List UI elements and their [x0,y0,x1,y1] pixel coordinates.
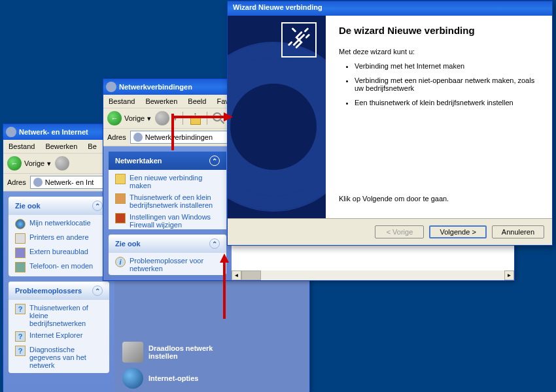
globe-icon [122,368,143,389]
panel-troubleshooters: Probleemoplossers ⌃ ?Thuisnetwerken of k… [9,282,109,373]
next-button[interactable]: Volgende > [429,225,486,238]
task-home-network[interactable]: Thuisnetwerk of een klein bedrijfsnetwer… [115,193,220,209]
help-icon: ? [15,331,26,342]
task-home-networks[interactable]: ?Thuisnetwerken of kleine bedrijfsnetwer… [15,304,103,327]
scroll-left-button[interactable]: ◄ [232,270,241,280]
task-printers[interactable]: Printers en andere [15,233,103,244]
back-arrow-icon: ← [107,111,122,125]
back-button: < Vorige [375,225,424,238]
panel-network-tasks: Netwerktaken ⌃ Een nieuwe verbinding mak… [109,152,226,229]
new-connection-icon [115,174,126,184]
menu-file[interactable]: Bestand [106,96,137,106]
chevron-up-icon: ⌃ [92,201,103,211]
wizard-titlebar[interactable]: Wizard Nieuwe verbinding [228,1,552,16]
back-arrow-icon: ← [7,156,22,171]
chevron-up-icon: ⌃ [92,286,103,296]
task-diagnostics[interactable]: ?Diagnostische gegevens van het netwerk [15,346,103,369]
wizard-intro: Met deze wizard kunt u: [339,48,539,56]
panel-header[interactable]: Netwerktaken ⌃ [109,152,226,170]
network-icon [6,127,16,137]
wizard-content: De wizard Nieuwe verbinding Met deze wiz… [326,16,552,218]
back-label: Vorige [24,159,44,167]
task-remote-desktop[interactable]: Extern bureaublad [15,248,103,258]
task-phone-modem[interactable]: Telefoon- en moden [15,262,103,272]
menu-view[interactable]: Beeld [185,96,209,106]
cp-wireless[interactable]: Draadloos netwerk instellen [122,342,227,363]
horizontal-scrollbar[interactable]: ◄ ► [232,270,514,280]
help-icon: ? [15,304,26,314]
back-button[interactable]: ← Vorige ▾ [7,156,51,171]
panel-header[interactable]: Probleemoplossers ⌃ [9,282,109,300]
scroll-right-button[interactable]: ► [504,270,514,280]
sidebar: Netwerktaken ⌃ Een nieuwe verbinding mak… [103,146,232,280]
task-my-network[interactable]: Mijn netwerklocatie [15,219,103,229]
address-value: Netwerkverbindingen [145,133,213,141]
separator [182,112,183,125]
help-icon: ? [15,346,26,356]
globe-decoration [228,42,326,212]
info-icon: i [115,257,126,267]
task-new-connection[interactable]: Een nieuwe verbinding maken [115,174,220,189]
panel-header[interactable]: Zie ook ⌃ [109,235,226,253]
dropdown-icon: ▾ [147,114,151,123]
bullet-item: Verbinding met het Internet maken [355,62,539,70]
wizard-next-hint: Klik op Volgende om door te gaan. [339,195,539,203]
dropdown-icon: ▾ [173,114,177,123]
wizard-button-bar: < Vorige Volgende > Annuleren [228,218,552,245]
cp-internet-options[interactable]: Internet-opties [122,368,227,389]
up-folder-button[interactable] [188,112,201,125]
bullet-item: Een thuisnetwerk of klein bedrijfsnetwer… [355,99,539,106]
menu-file[interactable]: Bestand [6,141,37,152]
address-value: Netwerk- en Int [45,178,94,186]
sidebar: Zie ook ⌃ Mijn netwerklocatie Printers e… [3,191,114,392]
bullet-item: Verbinding met een niet-openbaar netwerk… [355,76,539,92]
globe-icon [15,219,26,229]
scroll-thumb[interactable] [241,270,261,280]
wizard-title: Wizard Nieuwe verbinding [233,3,322,11]
address-label: Adres [107,133,126,141]
task-firewall-settings[interactable]: Instellingen van Windows Firewall wijzig… [115,213,220,229]
address-label: Adres [7,178,26,186]
back-label: Vorige [124,114,145,122]
wireless-icon [122,342,143,363]
chevron-up-icon: ⌃ [209,155,220,166]
folder-icon [133,133,143,142]
wizard-sidebar-graphic [228,16,326,218]
chevron-up-icon: ⌃ [209,238,220,249]
firewall-icon [115,213,126,223]
wizard-heading: De wizard Nieuwe verbinding [339,25,539,36]
printer-icon [15,233,26,244]
wizard-bullets: Verbinding met het Internet maken Verbin… [339,62,539,113]
panel-see-also: Zie ook ⌃ Mijn netwerklocatie Printers e… [9,197,109,276]
folder-icon [33,178,43,187]
forward-button[interactable] [55,156,69,171]
monitor-icon [15,248,26,258]
back-button[interactable]: ← Vorige ▾ [107,111,151,125]
menu-edit[interactable]: Bewerken [43,141,80,152]
menu-edit[interactable]: Bewerken [143,96,180,106]
search-button[interactable] [213,112,224,124]
phone-icon [15,262,26,272]
scroll-track[interactable] [241,270,504,280]
dropdown-icon: ▾ [47,159,51,168]
plug-icon [281,22,317,57]
cancel-button[interactable]: Annuleren [492,225,544,238]
task-troubleshooter[interactable]: iProbleemoplosser voor netwerken [115,257,220,272]
panel-see-also: Zie ook ⌃ iProbleemoplosser voor netwerk… [109,235,226,275]
forward-button[interactable] [155,111,169,125]
panel-header[interactable]: Zie ook ⌃ [9,197,109,215]
separator [207,112,207,125]
house-icon [115,193,126,204]
network-icon [106,82,116,92]
task-ie[interactable]: ?Internet Explorer [15,331,103,342]
wizard-new-connection: Wizard Nieuwe verbinding De wizard Nieuw… [227,1,553,246]
menu-view[interactable]: Be [85,141,99,152]
